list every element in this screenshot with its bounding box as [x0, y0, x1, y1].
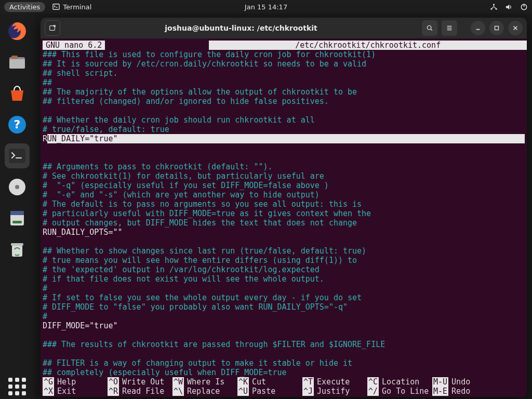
nano-line	[43, 237, 47, 246]
show-applications[interactable]	[5, 374, 30, 399]
nano-shortcut-key: ^\	[172, 387, 184, 396]
nano-header: GNU nano 6.2 /etc/chkrootkit/chkrootkit.…	[41, 41, 527, 50]
nano-shortcut: ^KCut	[237, 377, 302, 387]
nano-shortcut: ^UPaste	[237, 387, 302, 396]
hamburger-button[interactable]	[442, 20, 457, 36]
nano-shortcut-key: ^/	[367, 387, 379, 396]
nano-shortcut-key: ^R	[108, 387, 119, 396]
nano-line: ## completely (especially useful when DI…	[43, 368, 287, 377]
nano-shortcut-label: Location	[382, 377, 419, 387]
nano-shortcut-key: ^G	[43, 377, 54, 387]
nano-shortcut: ^GHelp	[43, 377, 108, 387]
svg-rect-5	[524, 4, 525, 7]
power-icon[interactable]	[520, 3, 528, 11]
hamburger-icon	[446, 24, 453, 32]
nano-line: # DIFF_MODE to "false" you probably also…	[43, 302, 348, 312]
dock-terminal[interactable]	[5, 143, 30, 168]
nano-cursor-line[interactable]: RUN_DAILY="true"	[43, 134, 525, 143]
dock-help[interactable]: ?	[5, 112, 30, 137]
nano-line	[43, 106, 47, 115]
nano-line: ## Whether to show changes since last ru…	[43, 246, 366, 256]
nano-filepath: /etc/chkrootkit/chkrootkit.conf	[209, 41, 527, 50]
search-button[interactable]	[422, 20, 437, 36]
nano-shortcut-label: Read File	[122, 387, 164, 396]
svg-rect-17	[12, 221, 22, 223]
dock-disc[interactable]	[5, 175, 30, 200]
nano-line: RUN_DAILY_OPTS=""	[43, 228, 123, 237]
nano-line: # "-e" and "-s" (which are yet another w…	[43, 190, 320, 200]
svg-rect-19	[11, 243, 23, 246]
terminal-window: joshua@ubuntu-linux: /etc/chkrootkit GNU…	[41, 18, 527, 397]
nano-shortcut-label: Write Out	[122, 377, 164, 387]
nano-shortcut-label: Go To Line	[382, 387, 429, 396]
nano-shortcut: ^RRead File	[108, 387, 172, 396]
nano-shortcut-key: ^C	[367, 377, 379, 387]
dock-disks-util[interactable]	[5, 206, 30, 231]
dock-firefox[interactable]	[5, 19, 30, 44]
nano-shortcut-label: Exit	[57, 387, 76, 396]
nano-version: GNU nano 6.2	[43, 41, 105, 50]
dock-trash[interactable]	[5, 237, 30, 262]
nano-line: ## shell script.	[43, 69, 118, 78]
nano-shortcut: ^WWhere Is	[172, 377, 237, 387]
nano-shortcut-label: Redo	[451, 387, 470, 396]
nano-shortcut: ^TExecute	[302, 377, 367, 387]
nano-line: # See chkrootkit(1) for details, but par…	[43, 171, 324, 181]
clock[interactable]: Jan 15 14:17	[245, 3, 287, 11]
svg-text:?: ?	[14, 118, 21, 131]
nano-line	[43, 153, 47, 162]
nano-line: ## Arguments to pass to chkrootkit (defa…	[43, 162, 273, 171]
nano-shortcut-label: Execute	[317, 377, 350, 387]
nano-shortcut: ^OWrite Out	[108, 377, 172, 387]
network-icon[interactable]	[490, 3, 498, 11]
nano-shortcut: M-UUndo	[432, 377, 477, 387]
minimize-button[interactable]	[471, 21, 485, 35]
close-icon	[512, 24, 519, 32]
nano-shortcut-key: M-E	[432, 387, 448, 396]
nano-shortcut-key: ^K	[237, 377, 249, 387]
nano-line: ## Whether the daily cron job should run…	[43, 115, 315, 125]
search-icon	[426, 24, 433, 32]
nano-shortcut: ^/Go To Line	[367, 387, 432, 396]
nano-line: # If set to false you see the whole outp…	[43, 293, 362, 302]
dock-software[interactable]	[5, 81, 30, 106]
nano-line: # true means you will see how the entire…	[43, 256, 357, 265]
nano-shortcut: ^\Replace	[172, 387, 237, 396]
nano-editor-body[interactable]: ### This file is used to configure the d…	[41, 50, 527, 377]
nano-line: ## It is sourced by /etc/cron.daily/chkr…	[43, 59, 366, 69]
window-title: joshua@ubuntu-linux: /etc/chkrootkit	[64, 24, 418, 32]
nano-shortcut-key: M-U	[432, 377, 448, 387]
new-tab-button[interactable]	[45, 20, 60, 36]
nano-footer: ^GHelp^OWrite Out^WWhere Is^KCut^TExecut…	[41, 377, 527, 396]
dock-files[interactable]	[5, 50, 30, 75]
close-button[interactable]	[508, 21, 523, 35]
nano-shortcut-label: Justify	[317, 387, 350, 396]
nano-shortcut-label: Replace	[187, 387, 220, 396]
nano-shortcut-label: Where Is	[187, 377, 224, 387]
nano-line: # the 'expected' output in /var/log/chkr…	[43, 265, 320, 274]
nano-line	[43, 330, 47, 340]
nano-shortcut-label: Undo	[451, 377, 470, 387]
maximize-button[interactable]	[489, 21, 504, 35]
nano-line: # "-q" (especially useful if you set DIF…	[43, 181, 329, 190]
top-menubar: Activities Terminal Jan 15 14:17	[0, 0, 532, 14]
terminal-content[interactable]: GNU nano 6.2 /etc/chkrootkit/chkrootkit.…	[41, 38, 527, 397]
svg-point-21	[427, 25, 431, 30]
nano-line: ### This file is used to configure the d…	[43, 50, 376, 59]
svg-rect-8	[9, 59, 25, 69]
nano-shortcut-key: ^W	[172, 377, 184, 387]
svg-rect-16	[10, 211, 24, 215]
nano-shortcut: ^XExit	[43, 387, 108, 396]
nano-line: ##	[43, 78, 52, 87]
nano-line: ## filtered (changed) and/or ignored to …	[43, 97, 329, 106]
nano-shortcut-key: ^U	[237, 387, 249, 396]
activities-button[interactable]: Activities	[4, 2, 45, 12]
nano-line: #	[43, 284, 47, 293]
volume-icon[interactable]	[505, 3, 513, 11]
nano-line: ## FILTER is a way of changing output to…	[43, 358, 352, 368]
nano-line	[43, 349, 47, 358]
nano-shortcut-key: ^T	[302, 377, 314, 387]
nano-line: # The default is to pass no arguments so…	[43, 200, 362, 209]
maximize-icon	[493, 24, 500, 32]
app-indicator[interactable]: Terminal	[52, 3, 91, 11]
